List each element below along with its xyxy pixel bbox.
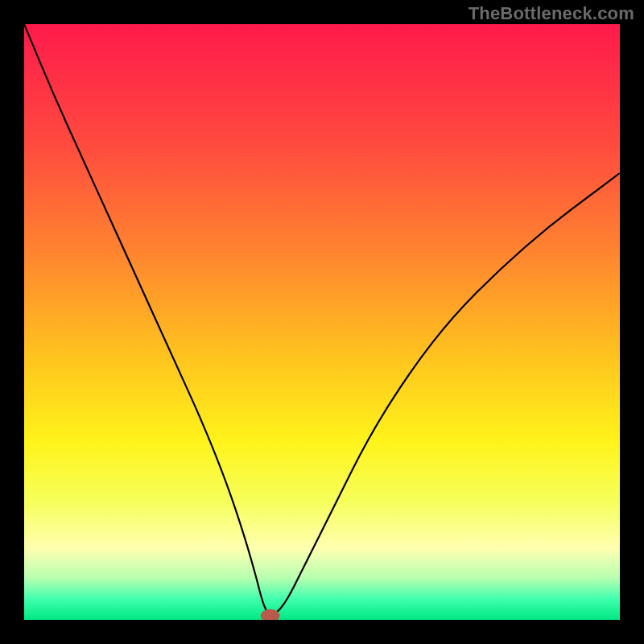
watermark-text: TheBottleneck.com [469,3,634,24]
chart-svg [24,24,620,620]
chart-frame: TheBottleneck.com [0,0,644,644]
plot-area [24,24,620,620]
